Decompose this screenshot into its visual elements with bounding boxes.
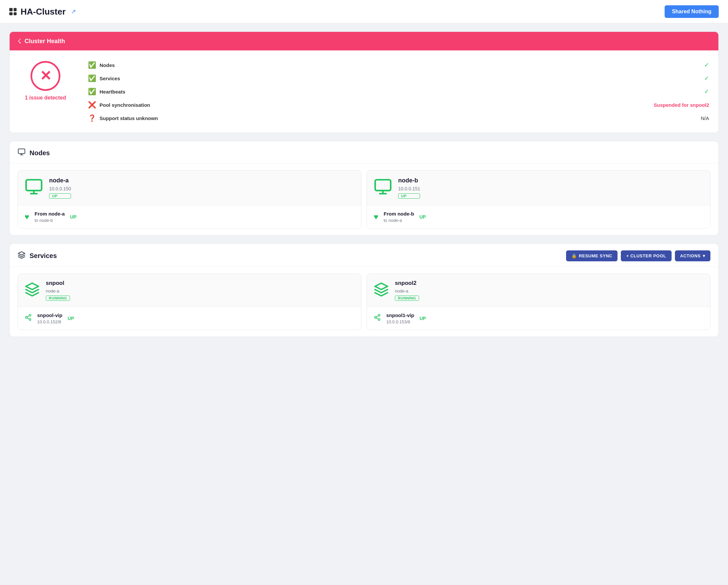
- snpool-vip-ip: 10.0.0.152/8: [37, 319, 62, 324]
- services-header-actions: 🔒 RESUME SYNC + CLUSTER POOL ACTIONS ▾: [566, 250, 710, 261]
- snpool2-vip-info: snpool1-vip 10.0.0.153/8: [386, 312, 414, 324]
- nodes-section-title: Nodes: [29, 149, 50, 157]
- svg-rect-0: [18, 149, 25, 154]
- snpool2-node: node-a: [395, 289, 419, 293]
- cluster-health-header: ☇ Cluster Health: [9, 32, 719, 50]
- snpool-vip-info: snpool-vip 10.0.0.152/8: [37, 312, 62, 324]
- nodes-grid: node-a 10.0.0.150 UP ♥ From node-a to no…: [18, 170, 710, 229]
- svg-marker-16: [375, 283, 388, 289]
- heartbeats-check-status: ✓: [704, 88, 709, 95]
- lock-icon: 🔒: [571, 254, 577, 258]
- node-card-b-bottom: ♥ From node-b to node-a UP: [367, 206, 710, 228]
- node-card-b: node-b 10.0.0.151 UP ♥ From node-b to no…: [367, 170, 710, 229]
- resume-sync-button[interactable]: 🔒 RESUME SYNC: [566, 250, 618, 261]
- node-a-heartbeat-info: From node-a to node-b: [34, 211, 65, 223]
- services-section-title: Services: [29, 252, 57, 260]
- service-card-snpool2-bottom: snpool1-vip 10.0.0.153/8 UP: [367, 307, 710, 330]
- header-left: HA-Cluster ↗: [9, 7, 76, 17]
- services-header-left: Services: [18, 251, 57, 261]
- heartbeats-check-icon: ✅: [88, 87, 96, 96]
- cluster-health-card: ☇ Cluster Health ✕ 1 issue detected ✅ No…: [9, 31, 719, 133]
- snpool2-vip-name: snpool1-vip: [386, 312, 414, 318]
- snpool-node: node-a: [46, 289, 70, 293]
- health-check-pool-sync: ❌ Pool synchronisation Suspended for snp…: [88, 101, 709, 109]
- support-status-check-label: Support status unknown: [100, 115, 698, 121]
- issue-text: 1 issue detected: [25, 95, 67, 101]
- cluster-pool-label: + CLUSTER POOL: [626, 254, 666, 258]
- node-card-b-top: node-b 10.0.0.151 UP: [367, 170, 710, 206]
- health-status-icon: ✕ 1 issue detected: [19, 61, 72, 101]
- issue-indicator: ✕: [30, 61, 60, 91]
- actions-button[interactable]: ACTIONS ▾: [675, 250, 711, 261]
- node-a-heartbeat-from: From node-a: [34, 211, 65, 217]
- snpool-name: snpool: [46, 280, 70, 287]
- svg-line-21: [376, 316, 378, 317]
- services-check-icon: ✅: [88, 74, 96, 82]
- snpool2-layers-icon: [373, 282, 389, 299]
- node-a-heartbeat-to: to node-b: [34, 218, 65, 223]
- svg-marker-9: [18, 252, 25, 255]
- actions-label: ACTIONS: [680, 254, 701, 258]
- monitor-section-icon: [18, 148, 26, 158]
- snpool2-vip-share-icon: [373, 314, 381, 323]
- snpool-vip-name: snpool-vip: [37, 312, 62, 318]
- pool-sync-check-status: Suspended for snpool2: [654, 102, 709, 108]
- snpool2-badge: RUNNING: [395, 295, 419, 301]
- heartbeats-check-label: Heartbeats: [100, 89, 701, 95]
- node-card-a-bottom: ♥ From node-a to node-b UP: [18, 206, 361, 228]
- snpool-badge: RUNNING: [46, 295, 70, 301]
- pool-sync-check-icon: ❌: [88, 101, 96, 109]
- node-b-name: node-b: [398, 177, 420, 184]
- page-title: HA-Cluster: [21, 7, 66, 17]
- nodes-check-status: ✓: [704, 61, 709, 69]
- node-a-monitor-icon: [25, 178, 43, 198]
- node-b-heartbeat-info: From node-b to node-a: [384, 211, 414, 223]
- services-check-status: ✓: [704, 75, 709, 82]
- svg-line-14: [27, 318, 29, 319]
- support-status-check-value: N/A: [701, 115, 709, 121]
- health-check-support-status: ❓ Support status unknown N/A: [88, 114, 709, 122]
- node-b-heartbeat-status: UP: [419, 214, 426, 219]
- node-card-a: node-a 10.0.0.150 UP ♥ From node-a to no…: [18, 170, 361, 229]
- snpool-vip-share-icon: [25, 314, 32, 323]
- services-card: Services 🔒 RESUME SYNC + CLUSTER POOL AC…: [9, 243, 719, 337]
- pool-sync-check-label: Pool synchronisation: [100, 102, 650, 108]
- layers-section-icon: [18, 251, 26, 261]
- node-a-name: node-a: [49, 177, 71, 184]
- svg-line-15: [27, 316, 29, 317]
- snpool2-vip-ip: 10.0.0.153/8: [386, 319, 414, 324]
- node-a-heartbeat-status: UP: [70, 214, 76, 219]
- svg-marker-10: [26, 283, 38, 289]
- health-check-services: ✅ Services ✓: [88, 74, 709, 82]
- cluster-pool-button[interactable]: + CLUSTER POOL: [621, 250, 671, 261]
- nodes-section-header: Nodes: [9, 141, 719, 163]
- svg-line-20: [376, 318, 378, 319]
- node-b-ip: 10.0.0.151: [398, 186, 420, 191]
- services-check-label: Services: [100, 76, 701, 81]
- service-card-snpool: snpool node-a RUNNING: [18, 274, 361, 330]
- node-a-ip: 10.0.0.150: [49, 186, 71, 191]
- snpool2-name: snpool2: [395, 280, 419, 287]
- shared-nothing-button[interactable]: Shared Nothing: [665, 5, 719, 18]
- nodes-section-body: node-a 10.0.0.150 UP ♥ From node-a to no…: [9, 163, 719, 235]
- node-b-badge: UP: [398, 193, 420, 198]
- snpool-layers-icon: [25, 282, 40, 299]
- snpool-info: snpool node-a RUNNING: [46, 280, 70, 301]
- service-card-snpool-top: snpool node-a RUNNING: [18, 274, 361, 307]
- snpool-vip-status: UP: [68, 316, 74, 321]
- health-check-nodes: ✅ Nodes ✓: [88, 61, 709, 69]
- health-checks-list: ✅ Nodes ✓ ✅ Services ✓ ✅ Heartbeats ✓: [88, 61, 709, 122]
- nodes-card: Nodes node-a: [9, 141, 719, 236]
- cluster-health-body: ✕ 1 issue detected ✅ Nodes ✓ ✅ Services …: [9, 50, 719, 133]
- external-link-icon[interactable]: ↗: [71, 8, 76, 15]
- grid-icon: [9, 8, 17, 15]
- node-b-heartbeat-from: From node-b: [384, 211, 414, 217]
- resume-sync-label: RESUME SYNC: [579, 254, 613, 258]
- node-a-info: node-a 10.0.0.150 UP: [49, 177, 71, 198]
- svg-rect-6: [375, 180, 391, 191]
- snpool2-info: snpool2 node-a RUNNING: [395, 280, 419, 301]
- header: HA-Cluster ↗ Shared Nothing: [0, 0, 728, 24]
- cluster-health-title: Cluster Health: [25, 38, 65, 45]
- node-b-info: node-b 10.0.0.151 UP: [398, 177, 420, 198]
- node-a-badge: UP: [49, 193, 71, 198]
